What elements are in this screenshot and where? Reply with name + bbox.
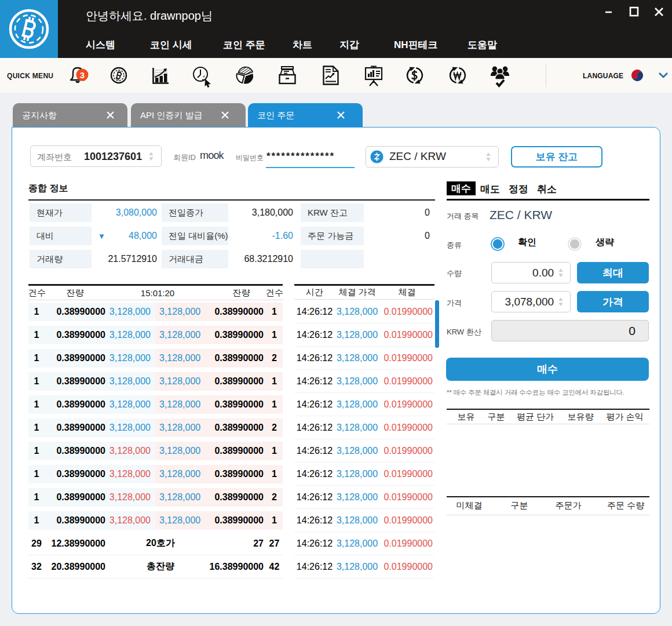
svg-text:3: 3 bbox=[80, 70, 85, 80]
